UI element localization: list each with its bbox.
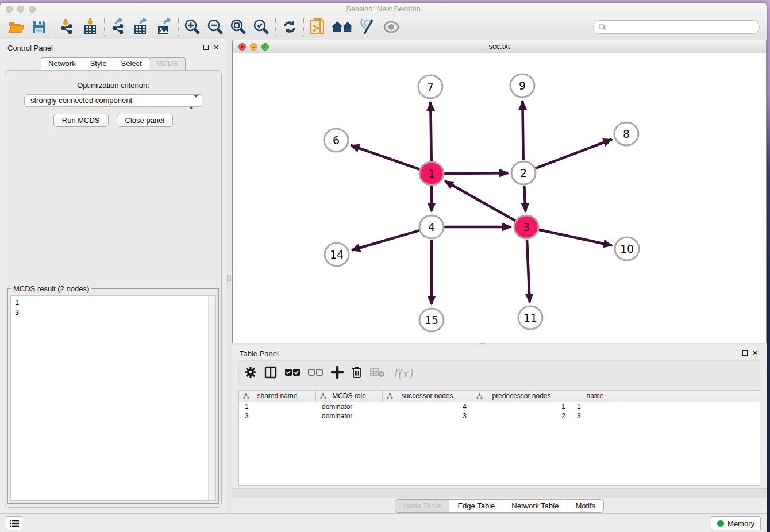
cell-successor-nodes: 3 [383,411,472,421]
cell-name: 3 [571,411,619,421]
svg-text:2: 2 [520,167,527,179]
network-minimize-button[interactable]: − [250,43,257,51]
tab-mcds[interactable]: MCDS [149,57,186,70]
delete-column-icon[interactable] [352,366,362,381]
node-8[interactable]: 8 [614,122,638,145]
network-graph-canvas[interactable]: 7968124314101511 [233,53,766,343]
tab-node-table[interactable]: Node Table [395,499,450,513]
node-7[interactable]: 7 [418,75,442,98]
column-header-shared-name[interactable]: shared name [239,391,316,402]
edge-3-10[interactable] [538,230,611,246]
import-network-icon[interactable] [56,17,79,37]
tab-motifs[interactable]: Motifs [567,499,604,513]
column-header-MCDS-role[interactable]: MCDS role [316,391,383,402]
split-columns-icon[interactable] [264,366,277,381]
network-zoom-button[interactable]: + [261,43,269,51]
edge-2-3[interactable] [524,186,525,211]
toolbar-separator [104,18,105,36]
network-view-window: × − + scc.txt 7968124314101511 [232,40,767,343]
node-1[interactable]: 1 [419,162,444,185]
unselect-all-columns-icon[interactable] [308,368,323,379]
node-table[interactable]: shared nameMCDS rolesuccessor nodesprede… [238,390,760,486]
svg-text:8: 8 [623,128,630,140]
open-session-icon[interactable] [5,17,28,37]
svg-text:4: 4 [428,221,435,233]
node-9[interactable]: 9 [510,74,534,97]
table-panel-title: Table Panel [240,349,279,358]
node-11[interactable]: 11 [518,306,542,329]
result-scrollbar[interactable] [208,296,215,500]
edge-4-14[interactable] [352,230,419,250]
edge-2-8[interactable] [536,140,612,169]
node-4[interactable]: 4 [419,215,444,238]
export-network-icon[interactable] [107,17,130,37]
new-network-from-selection-icon[interactable] [306,17,329,37]
node-14[interactable]: 14 [325,243,349,266]
float-table-panel-icon[interactable] [742,350,748,356]
close-panel-button[interactable]: Close panel [117,114,174,127]
tab-select[interactable]: Select [114,57,149,70]
home-icon[interactable] [329,17,357,37]
node-2[interactable]: 2 [511,161,536,184]
add-column-icon[interactable] [331,366,344,381]
edge-1-7[interactable] [430,102,431,161]
edge-3-1[interactable] [445,181,515,221]
optimization-criterion-label: Optimization criterion: [5,81,221,90]
main-toolbar [0,16,767,38]
hide-graphics-details-icon[interactable] [357,17,380,37]
run-mcds-button[interactable]: Run MCDS [53,114,109,127]
refresh-icon[interactable] [278,17,301,37]
export-table-icon[interactable] [130,17,153,37]
node-15[interactable]: 15 [419,309,444,331]
float-panel-icon[interactable] [203,45,209,50]
node-10[interactable]: 10 [615,237,639,260]
svg-text:10: 10 [620,242,634,255]
tab-edge-table[interactable]: Edge Table [449,499,503,513]
network-close-button[interactable]: × [238,43,246,51]
cell-shared-name: 3 [239,411,316,421]
search-box[interactable] [593,20,760,34]
zoom-out-icon[interactable] [204,17,227,37]
task-history-button[interactable] [6,516,22,530]
table-toolbar: f(x) [238,360,760,386]
column-header-successor-nodes[interactable]: successor nodes [383,391,472,402]
optimization-criterion-select[interactable]: strongly connected component [24,94,202,107]
cell-MCDS-role: dominator [316,402,383,411]
import-table-icon[interactable] [79,17,102,37]
control-panel: Control Panel ✕ NetworkStyleSelectMCDS O… [0,39,226,514]
app-window: Session: New Session [0,3,767,532]
zoom-fit-icon[interactable] [227,17,250,37]
gear-icon[interactable] [245,367,256,380]
mcds-result-list[interactable]: 13 [10,295,216,501]
save-session-icon[interactable] [28,17,51,37]
table-row[interactable]: 1dominator411 [239,402,760,411]
close-panel-icon[interactable]: ✕ [213,44,220,51]
table-row[interactable]: 3dominator323 [239,411,760,421]
app-titlebar: Session: New Session [0,3,767,16]
select-all-columns-icon[interactable] [285,368,300,379]
node-6[interactable]: 6 [324,129,348,152]
close-table-panel-icon[interactable]: ✕ [752,349,759,357]
tab-style[interactable]: Style [83,57,114,70]
memory-button[interactable]: Memory [711,516,761,530]
tab-network[interactable]: Network [41,57,83,70]
table-panel-strip [232,488,767,498]
edge-2-9[interactable] [522,101,523,160]
toolbar-separator [178,18,179,36]
search-input[interactable] [606,21,759,33]
window-close-button[interactable] [6,6,13,13]
svg-text:6: 6 [333,134,340,147]
zoom-in-icon[interactable] [181,17,204,37]
column-header-predecessor-nodes[interactable]: predecessor nodes [472,391,571,402]
window-minimize-button[interactable] [17,6,24,13]
tab-network-table[interactable]: Network Table [503,499,567,513]
zoom-selected-icon[interactable] [250,17,273,37]
column-header-name[interactable]: name [571,391,619,402]
edge-1-6[interactable] [351,145,419,169]
edge-3-11[interactable] [527,240,530,302]
vertical-splitter-handle[interactable] [227,275,231,282]
export-image-icon[interactable] [153,17,176,37]
node-3[interactable]: 3 [514,215,538,238]
window-zoom-button[interactable] [29,6,36,13]
edge-1-2[interactable] [444,173,508,174]
